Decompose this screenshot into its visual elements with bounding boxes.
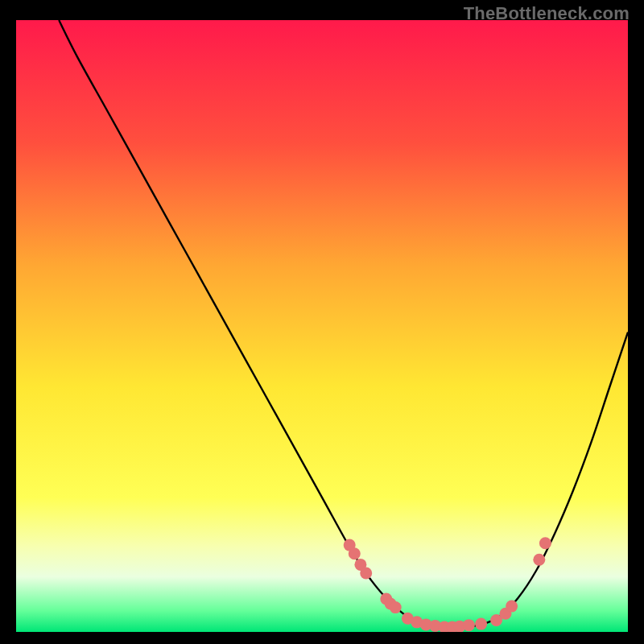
chart-frame: TheBottleneck.com xyxy=(0,0,644,644)
marker-dot xyxy=(349,547,361,559)
marker-dot xyxy=(390,601,402,613)
watermark-text: TheBottleneck.com xyxy=(464,3,630,24)
bottleneck-chart xyxy=(16,20,628,632)
marker-dot xyxy=(533,554,545,566)
marker-dot xyxy=(463,619,475,631)
marker-dot xyxy=(475,618,487,630)
marker-dot xyxy=(360,568,372,580)
marker-dot xyxy=(506,601,518,613)
marker-dot xyxy=(539,537,551,549)
